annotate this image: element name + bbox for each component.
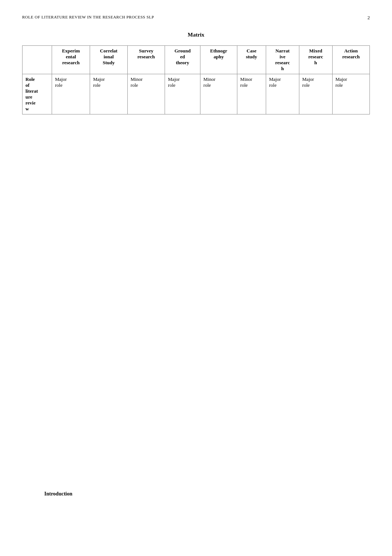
- page-number: 2: [368, 15, 370, 21]
- cell-action: Major role: [332, 74, 369, 114]
- header-narrative: Narrat ive researc h: [266, 46, 299, 74]
- header-ethnography: Ethnogr aphy: [200, 46, 237, 74]
- cell-correlational: Major role: [90, 74, 128, 114]
- header-mixed: Mixed researc h: [299, 46, 332, 74]
- table-header-row: Experim ental research Correlat ional St…: [23, 46, 370, 74]
- page-body: Matrix Experim ental research Correlat i…: [22, 32, 370, 541]
- matrix-table: Experim ental research Correlat ional St…: [22, 45, 370, 114]
- cell-ethnography: Minor role: [200, 74, 237, 114]
- cell-narrative: Major role: [266, 74, 299, 114]
- header-survey: Survey research: [127, 46, 165, 74]
- header-case-study: Case study: [237, 46, 266, 74]
- cell-grounded: Major role: [165, 74, 200, 114]
- cell-experimental: Major role: [52, 74, 90, 114]
- cell-survey: Minor role: [127, 74, 165, 114]
- introduction-label: Introduction: [44, 491, 72, 497]
- page-header: ROLE OF LITERATURE REVIEW IN THE RESEARC…: [22, 15, 370, 21]
- matrix-title: Matrix: [22, 32, 370, 38]
- table-row: Role of literat ure revie w Major role M…: [23, 74, 370, 114]
- header-experimental: Experim ental research: [52, 46, 90, 74]
- row-header-label: Role of literat ure revie w: [23, 74, 52, 114]
- header-action: Action research: [332, 46, 369, 74]
- cell-mixed: Major role: [299, 74, 332, 114]
- header-grounded: Ground ed theory: [165, 46, 200, 74]
- cell-case-study: Minor role: [237, 74, 266, 114]
- header-correlational: Correlat ional Study: [90, 46, 128, 74]
- header-empty-cell: [23, 46, 52, 74]
- header-title: ROLE OF LITERATURE REVIEW IN THE RESEARC…: [22, 15, 154, 19]
